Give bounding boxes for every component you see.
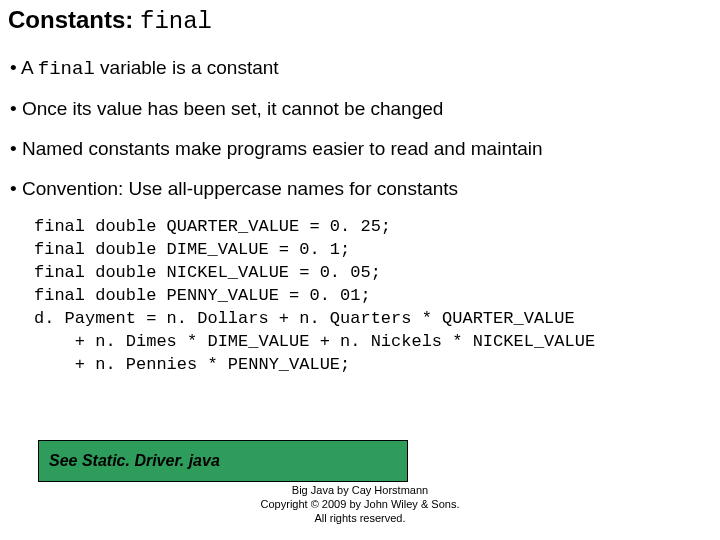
- code-block: final double QUARTER_VALUE = 0. 25; fina…: [34, 216, 712, 377]
- bullet-item: • Convention: Use all-uppercase names fo…: [10, 178, 712, 200]
- slide-footer: Big Java by Cay Horstmann Copyright © 20…: [0, 484, 720, 525]
- bullet-text: • A: [10, 57, 38, 78]
- footer-line: Copyright © 2009 by John Wiley & Sons.: [0, 498, 720, 512]
- bullet-item: • Once its value has been set, it cannot…: [10, 98, 712, 120]
- inline-keyword: final: [38, 58, 95, 80]
- footer-line: Big Java by Cay Horstmann: [0, 484, 720, 498]
- slide-title: Constants: final: [8, 6, 712, 35]
- bullet-item: • A final variable is a constant: [10, 57, 712, 80]
- footer-line: All rights reserved.: [0, 512, 720, 526]
- bullet-item: • Named constants make programs easier t…: [10, 138, 712, 160]
- bullet-text: variable is a constant: [95, 57, 279, 78]
- reference-text: See Static. Driver. java: [49, 452, 220, 470]
- bullet-list: • A final variable is a constant • Once …: [10, 57, 712, 200]
- title-keyword: final: [140, 8, 212, 35]
- title-prefix: Constants:: [8, 6, 140, 33]
- slide-content: Constants: final • A final variable is a…: [0, 0, 720, 377]
- reference-box: See Static. Driver. java: [38, 440, 408, 482]
